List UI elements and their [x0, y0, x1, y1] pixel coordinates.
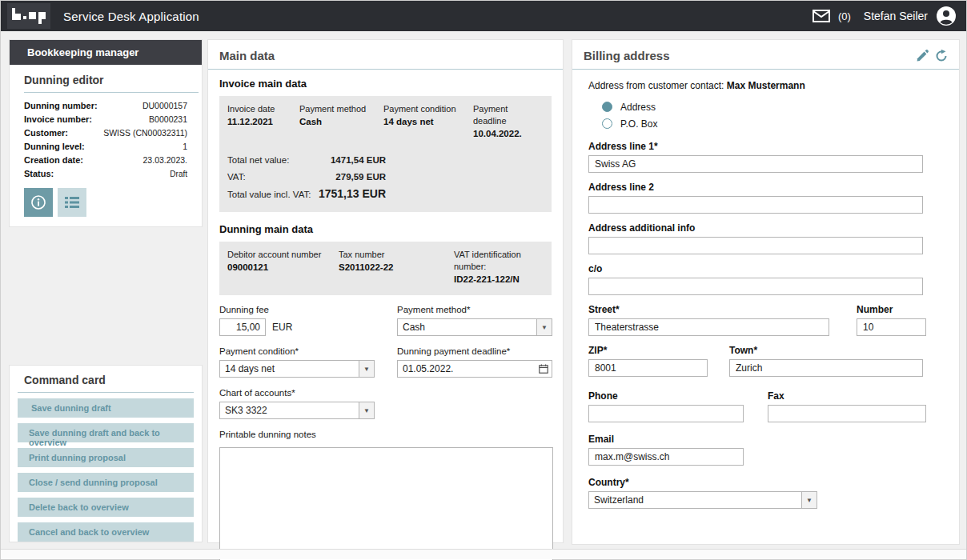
- tax-number: Tax number S2011022-22: [339, 249, 454, 286]
- close-send-dunning-proposal-button[interactable]: Close / send dunning proposal: [18, 473, 194, 492]
- content-area: Bookkeeping manager Dunning editor Dunni…: [1, 31, 967, 550]
- vat-identification-number: VAT identification number: ID22-221-122/…: [454, 249, 544, 286]
- app-title: Service Desk Application: [63, 10, 199, 23]
- delete-back-overview-button[interactable]: Delete back to overview: [18, 498, 194, 517]
- payment-condition-label: Payment condition*: [219, 346, 397, 356]
- chevron-down-icon[interactable]: ▼: [536, 319, 552, 335]
- country-select[interactable]: Switzerland ▼: [588, 491, 817, 509]
- invoice-date: Invoice date 11.12.2021: [227, 103, 299, 141]
- customer-contact-line: Address from customer contact: Max Muste…: [588, 80, 943, 91]
- cancel-back-overview-button[interactable]: Cancel and back to overview: [18, 522, 194, 542]
- dunning-fee-group: Dunning fee EUR: [219, 305, 397, 336]
- invoice-totals: Total net value: 1471,54 EUR VAT: 279,59…: [227, 152, 544, 203]
- fax-input[interactable]: [768, 405, 926, 422]
- debitor-account-number: Debitor account number 09000121: [227, 249, 339, 286]
- phone-label: Phone: [588, 390, 744, 402]
- fax-label: Fax: [768, 390, 926, 402]
- chart-of-accounts-select[interactable]: SK3 3322 ▼: [219, 402, 375, 419]
- divider: [572, 69, 959, 70]
- window-footer: [1, 549, 966, 559]
- dunning-editor-fields: Dunning number: DU0000157 Invoice number…: [24, 99, 187, 181]
- town-label: Town*: [729, 345, 923, 356]
- dunning-fee-input[interactable]: [219, 318, 266, 336]
- user-avatar-icon[interactable]: [936, 6, 957, 26]
- mail-icon[interactable]: [813, 10, 830, 22]
- total-incl-vat: Total value incl. VAT: 1751,13 EUR: [227, 186, 544, 203]
- total-vat: VAT: 279,59 EUR: [227, 169, 544, 186]
- phone-group: Phone: [588, 382, 744, 422]
- info-icon: [30, 194, 46, 210]
- payment-condition-select[interactable]: 14 days net ▼: [219, 360, 375, 378]
- street-input[interactable]: [588, 318, 829, 336]
- printable-notes-textarea[interactable]: [219, 447, 553, 560]
- list-button[interactable]: [58, 188, 86, 217]
- info-button[interactable]: [24, 188, 53, 217]
- billing-address-panel: Billing address Address from customer co…: [572, 39, 960, 545]
- chart-of-accounts-label: Chart of accounts*: [219, 388, 397, 398]
- country-label: Country*: [588, 477, 943, 488]
- email-input[interactable]: [588, 448, 744, 466]
- chart-of-accounts-group: Chart of accounts* SK3 3322 ▼: [219, 388, 397, 419]
- total-net-value: Total net value: 1471,54 EUR: [227, 152, 544, 169]
- command-card: Command card Save dunning draft Save dun…: [9, 365, 203, 542]
- app-frame: Service Desk Application (0) Stefan Seil…: [0, 0, 967, 560]
- phone-input[interactable]: [588, 405, 744, 422]
- field-invoice-number: Invoice number: B0000231: [24, 113, 187, 126]
- printable-notes-group: Printable dunning notes: [219, 430, 552, 560]
- radio-selected-icon[interactable]: [602, 102, 612, 112]
- address-type-radio-group: Address P.O. Box: [588, 98, 943, 132]
- payment-condition-group: Payment condition* 14 days net ▼: [219, 346, 397, 378]
- dunning-deadline-group: Dunning payment deadline* 01.05.2022.: [397, 346, 552, 378]
- zip-input[interactable]: [588, 359, 708, 377]
- payment-method-select[interactable]: Cash ▼: [397, 318, 552, 336]
- fax-group: Fax: [768, 382, 926, 422]
- chevron-down-icon[interactable]: ▼: [359, 402, 374, 418]
- address-additional-info-input[interactable]: [588, 237, 923, 254]
- radio-address[interactable]: Address: [588, 98, 943, 115]
- email-label: Email: [588, 434, 943, 445]
- number-input[interactable]: [857, 318, 926, 336]
- co-label: c/o: [588, 263, 943, 274]
- address-line-2-input[interactable]: [588, 196, 923, 214]
- co-input[interactable]: [588, 278, 923, 295]
- command-card-title: Command card: [18, 366, 194, 393]
- print-dunning-proposal-button[interactable]: Print dunning proposal: [18, 448, 194, 467]
- radio-po-box[interactable]: P.O. Box: [588, 115, 943, 132]
- field-creation-date: Creation date: 23.03.2023.: [24, 154, 187, 167]
- save-dunning-draft-button[interactable]: Save dunning draft: [18, 398, 194, 418]
- address-additional-info-label: Address additional info: [588, 222, 943, 234]
- zip-label: ZIP*: [588, 345, 708, 356]
- main-data-title: Main data: [219, 49, 552, 62]
- town-input[interactable]: [729, 359, 923, 377]
- dunning-deadline-label: Dunning payment deadline*: [397, 346, 552, 356]
- address-line-1-label: Address line 1*: [588, 141, 943, 152]
- calendar-icon[interactable]: [536, 364, 552, 374]
- customer-contact-name: Max Mustermann: [727, 80, 805, 91]
- dunning-fee-label: Dunning fee: [219, 305, 397, 314]
- dunning-deadline-input[interactable]: 01.05.2022.: [397, 360, 552, 378]
- top-bar: Service Desk Application (0) Stefan Seil…: [1, 1, 966, 31]
- save-draft-back-overview-button[interactable]: Save dunning draft and back to overview: [18, 423, 194, 442]
- address-line-1-input[interactable]: [588, 155, 923, 173]
- street-label: Street*: [588, 304, 829, 315]
- bookkeeping-card: Bookkeeping manager Dunning editor Dunni…: [9, 39, 203, 227]
- printable-notes-label: Printable dunning notes: [219, 430, 552, 439]
- edit-pencil-icon[interactable]: [916, 50, 929, 62]
- chevron-down-icon[interactable]: ▼: [359, 361, 374, 377]
- radio-unselected-icon[interactable]: [602, 118, 612, 129]
- field-dunning-number: Dunning number: DU0000157: [24, 99, 187, 113]
- number-label: Number: [857, 304, 926, 315]
- address-line-2-label: Address line 2: [588, 182, 943, 193]
- refresh-icon[interactable]: [935, 50, 948, 62]
- main-data-panel: Main data Invoice main data Invoice date…: [207, 39, 564, 543]
- town-group: Town*: [729, 336, 923, 377]
- divider: [208, 69, 563, 70]
- zip-group: ZIP*: [588, 336, 708, 377]
- dunning-info-box: Debitor account number 09000121 Tax numb…: [219, 242, 552, 295]
- chevron-down-icon[interactable]: ▼: [801, 492, 817, 508]
- billing-address-title: Billing address: [584, 49, 670, 62]
- dunning-editor-title: Dunning editor: [24, 65, 199, 93]
- invoice-payment-condition: Payment condition 14 days net: [383, 103, 473, 141]
- invoice-payment-method: Payment method Cash: [299, 103, 383, 141]
- app-logo: [7, 3, 50, 29]
